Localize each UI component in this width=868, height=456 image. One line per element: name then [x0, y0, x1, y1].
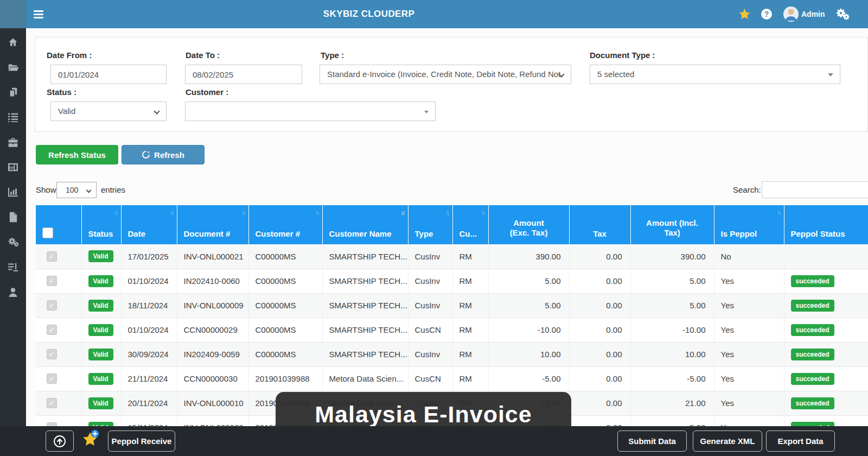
col-customer-no[interactable]: Customer #↑↓ [248, 205, 322, 244]
sort-icon[interactable]: ↑↓ [777, 209, 780, 217]
currency-cell: RM [452, 318, 488, 342]
sort-icon[interactable]: ↑↓ [170, 209, 173, 217]
refresh-label: Refresh [154, 150, 184, 160]
amount-inc-cell: 5.00 [630, 269, 714, 293]
col-type[interactable]: Type↑↓ [408, 205, 452, 244]
avatar[interactable] [783, 6, 799, 22]
status-select[interactable]: Valid [50, 102, 167, 121]
sidebar-item-list[interactable] [0, 109, 26, 125]
row-checkbox[interactable]: ✓ [47, 325, 57, 335]
help-icon[interactable]: ? [761, 9, 772, 20]
peppol-receive-button[interactable]: Peppol Receive [108, 430, 175, 452]
export-data-button[interactable]: Export Data [766, 430, 835, 452]
customer-no-cell: C00000MS [248, 342, 322, 366]
date-to-input[interactable] [185, 65, 302, 84]
row-checkbox[interactable]: ✓ [47, 349, 57, 359]
generate-xml-button[interactable]: Generate XML [693, 430, 762, 452]
sort-icon[interactable]: ↑↓ [315, 209, 318, 217]
row-checkbox[interactable]: ✓ [47, 373, 57, 384]
sort-icon[interactable]: ↑↓ [241, 209, 245, 217]
settings-gears-icon[interactable] [835, 8, 850, 21]
search-input[interactable] [762, 181, 868, 198]
col-currency[interactable]: Cu...↑↓ [452, 205, 488, 244]
row-select-cell: ✓ [36, 244, 81, 269]
peppol-status-cell: succeeded [784, 269, 868, 293]
sort-icon[interactable]: ↑↓ [481, 209, 484, 217]
table-row: ✓ Valid 01/10/2024 IN202410-0060 C00000M… [36, 269, 868, 293]
amount-inc-cell: 21.00 [630, 391, 714, 415]
page-title: Malaysia E-Invoice [315, 401, 532, 428]
date-cell: 18/11/2024 [121, 293, 177, 318]
sidebar-item-tasks[interactable] [0, 259, 26, 275]
customer-name-cell: Metora Data Scien... [322, 366, 408, 391]
row-checkbox[interactable]: ✓ [47, 276, 57, 286]
customer-label: Customer : [186, 87, 228, 97]
document-type-select[interactable]: 5 selected [590, 65, 840, 84]
peppol-status-badge: succeeded [791, 324, 834, 336]
sort-icon[interactable]: ↑↓ [445, 209, 449, 217]
col-customer-name[interactable]: Customer Name↓↑ [322, 205, 408, 244]
folder-open-icon [8, 62, 19, 73]
is-peppol-cell: No [714, 244, 784, 269]
submit-data-label: Submit Data [628, 436, 676, 446]
col-label: Customer Name [329, 229, 392, 238]
select-all-checkbox[interactable] [42, 227, 53, 238]
sidebar-item-reports[interactable] [0, 184, 26, 200]
amount-exc-cell: -5.00 [488, 366, 569, 391]
customer-no-cell: 201901039988 [248, 366, 322, 391]
user-name[interactable]: Admin [801, 10, 825, 18]
peppol-status-cell [784, 244, 868, 269]
col-status[interactable]: Status↑↓ [81, 205, 121, 244]
refresh-status-button[interactable]: Refresh Status [36, 145, 118, 164]
date-from-input[interactable] [50, 65, 167, 84]
submit-data-button[interactable]: Submit Data [617, 430, 687, 452]
row-checkbox[interactable]: ✓ [47, 251, 57, 262]
customer-no-cell: C00000MS [248, 293, 322, 318]
bottom-toolbar: Peppol Receive Submit Data Generate XML … [0, 426, 868, 456]
sidebar-item-settings[interactable] [0, 234, 26, 250]
sidebar-item-home[interactable] [0, 34, 26, 50]
customer-no-cell: C00000MS [248, 269, 322, 293]
refresh-button[interactable]: Refresh [122, 145, 205, 164]
sidebar-item-user[interactable] [0, 284, 26, 300]
sidebar-item-documents[interactable] [0, 84, 26, 100]
sidebar-item-files[interactable] [0, 209, 26, 225]
col-tax[interactable]: Tax [569, 205, 630, 244]
col-amount-inc[interactable]: Amount (Incl. Tax) [630, 205, 714, 244]
menu-hamburger-icon[interactable] [34, 10, 43, 20]
sort-icon[interactable]: ↑↓ [114, 209, 117, 217]
col-is-peppol[interactable]: Is Peppol↑↓ [714, 205, 784, 244]
type-select[interactable]: Standard e-Invoice (Invoice, Credit Note… [320, 65, 571, 84]
row-checkbox[interactable]: ✓ [47, 300, 57, 311]
sidebar-item-news[interactable] [0, 159, 26, 175]
page-size-value: 100 [66, 186, 78, 194]
amount-inc-cell: 5.00 [630, 293, 714, 318]
date-cell: 21/11/2024 [121, 366, 177, 391]
status-badge: Valid [88, 349, 113, 360]
currency-cell: RM [452, 366, 488, 391]
sidebar-nav [0, 28, 26, 456]
row-select-cell: ✓ [36, 391, 81, 415]
add-favorite-icon[interactable] [80, 429, 101, 453]
col-document[interactable]: Document #↑↓ [177, 205, 248, 244]
sort-active-icon[interactable]: ↓↑ [401, 209, 404, 217]
document-cell: INV-ONL000021 [177, 244, 248, 269]
status-cell: Valid [81, 391, 121, 415]
sidebar-item-briefcase[interactable] [0, 134, 26, 150]
type-cell: CusInv [408, 269, 452, 293]
is-peppol-cell: Yes [714, 269, 784, 293]
playlist-icon [8, 262, 18, 272]
col-date[interactable]: Date↑↓ [121, 205, 177, 244]
page-size-select[interactable]: 100 [56, 182, 97, 198]
favorite-star-icon[interactable] [739, 9, 750, 20]
customer-select[interactable] [185, 102, 436, 121]
sidebar-item-folders[interactable] [0, 59, 26, 75]
document-cell: INV-ONL000010 [177, 391, 248, 415]
col-amount-exc[interactable]: Amount (Exc. Tax) [488, 205, 569, 244]
col-peppol-status[interactable]: Peppol Status↑↓ [784, 205, 868, 244]
row-checkbox[interactable]: ✓ [47, 398, 57, 408]
scroll-top-button[interactable] [46, 430, 74, 452]
status-cell: Valid [81, 269, 121, 293]
date-cell: 01/10/2024 [121, 269, 177, 293]
tax-cell: 0.00 [569, 391, 630, 415]
